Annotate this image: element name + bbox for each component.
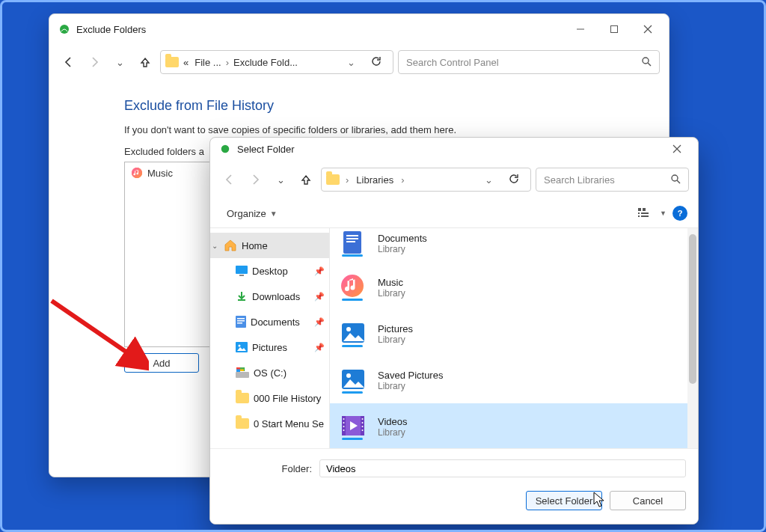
nav-forward-button[interactable] (84, 52, 105, 73)
svg-rect-30 (236, 372, 249, 378)
library-item-pictures[interactable]: Pictures Library (330, 311, 698, 357)
tree-label: 0 Start Menu Se (254, 418, 324, 429)
close-button[interactable] (631, 18, 664, 40)
folder-icon (165, 57, 179, 67)
tree-item-pictures[interactable]: Pictures 📌 (210, 334, 329, 360)
desktop-icon (236, 266, 248, 276)
nav-back-button[interactable] (219, 169, 240, 190)
dialog-footer: Folder: Select Folder Cancel (210, 448, 698, 524)
pin-icon: 📌 (314, 343, 325, 352)
breadcrumb-segment[interactable]: Exclude Fold... (232, 57, 299, 68)
svg-rect-25 (237, 318, 245, 319)
tree-label: Documents (251, 317, 300, 328)
svg-rect-50 (342, 345, 363, 347)
dialog-titlebar: Select Folder (210, 138, 698, 160)
list-item-label: Music (147, 168, 173, 179)
svg-point-29 (239, 345, 241, 347)
tree-item-desktop[interactable]: Desktop 📌 (210, 258, 329, 284)
svg-rect-53 (342, 391, 363, 394)
svg-point-52 (346, 373, 351, 378)
svg-point-10 (221, 145, 230, 153)
refresh-button[interactable] (364, 55, 388, 70)
breadcrumb-segment[interactable]: File ... (193, 57, 222, 68)
library-kind: Library (378, 288, 405, 299)
view-mode-button[interactable] (636, 204, 654, 222)
svg-point-13 (672, 175, 678, 181)
scrollbar-thumb[interactable] (689, 234, 696, 384)
help-button[interactable]: ? (672, 206, 687, 221)
dialog-search-box[interactable] (536, 168, 689, 192)
svg-point-61 (362, 418, 364, 420)
library-list[interactable]: Documents Library Music Library Pictur (330, 228, 698, 448)
tree-item-downloads[interactable]: Downloads 📌 (210, 284, 329, 309)
download-icon (236, 290, 248, 302)
library-name: Music (378, 277, 405, 288)
svg-point-64 (362, 429, 364, 431)
address-dropdown[interactable]: ⌄ (341, 57, 361, 68)
search-input[interactable] (406, 57, 641, 68)
library-item-music[interactable]: Music Library (330, 264, 698, 311)
document-icon (236, 316, 246, 328)
address-bar[interactable]: « File ... › Exclude Fold... ⌄ (160, 50, 393, 74)
app-icon (58, 23, 70, 35)
minimize-button[interactable] (563, 18, 597, 40)
svg-rect-22 (239, 275, 244, 276)
nav-tree[interactable]: ⌄ Home Desktop 📌 Downloads 📌 Documents 📌 (210, 228, 330, 448)
cancel-button[interactable]: Cancel (610, 491, 686, 510)
svg-point-62 (362, 422, 364, 424)
folder-field-label: Folder: (222, 463, 312, 474)
svg-rect-19 (638, 215, 640, 217)
svg-rect-26 (237, 320, 245, 322)
folder-name-input[interactable] (319, 459, 686, 477)
svg-rect-43 (346, 238, 358, 239)
svg-point-59 (343, 426, 345, 427)
music-library-icon (131, 167, 143, 179)
nav-recent-dropdown[interactable]: ⌄ (270, 169, 291, 190)
library-item-videos[interactable]: Videos Library (330, 403, 698, 448)
breadcrumb-segment[interactable]: Libraries (355, 174, 395, 186)
add-button[interactable]: Add (124, 353, 199, 373)
nav-up-button[interactable] (135, 52, 156, 73)
dialog-address-bar[interactable]: › Libraries › ⌄ (321, 168, 531, 192)
library-item-documents[interactable]: Documents Library (330, 228, 698, 264)
svg-rect-27 (237, 322, 242, 324)
library-kind: Library (378, 334, 413, 345)
select-folder-button[interactable]: Select Folder (526, 491, 602, 510)
tree-item-folder[interactable]: 000 File History (210, 385, 329, 411)
svg-rect-39 (236, 370, 240, 372)
nav-back-button[interactable] (58, 52, 79, 73)
tree-item-drive-c[interactable]: OS (C:) (210, 360, 329, 385)
dialog-close-button[interactable] (660, 138, 693, 160)
search-box[interactable] (398, 50, 660, 74)
scrollbar[interactable] (687, 228, 698, 448)
address-dropdown[interactable]: ⌄ (479, 174, 499, 186)
svg-rect-65 (342, 438, 363, 440)
pictures-icon (236, 342, 248, 352)
app-icon (219, 143, 231, 155)
select-folder-dialog: Select Folder ⌄ › Libraries › ⌄ (209, 137, 699, 525)
library-item-saved-pictures[interactable]: Saved Pictures Library (330, 357, 698, 403)
svg-rect-18 (641, 213, 649, 214)
svg-point-57 (343, 418, 345, 420)
svg-rect-47 (342, 299, 363, 301)
tree-item-documents[interactable]: Documents 📌 (210, 309, 329, 334)
chevron-down-icon: ▼ (270, 210, 278, 218)
dialog-search-input[interactable] (544, 174, 670, 186)
refresh-button[interactable] (502, 173, 526, 187)
tree-item-home[interactable]: ⌄ Home (210, 233, 329, 258)
organize-menu[interactable]: Organize ▼ (221, 205, 284, 222)
tree-item-folder[interactable]: 0 Start Menu Se (210, 411, 329, 436)
library-kind: Library (378, 381, 443, 391)
svg-rect-17 (638, 213, 640, 214)
navigation-toolbar: ⌄ « File ... › Exclude Fold... ⌄ (49, 44, 669, 80)
maximize-button[interactable] (597, 18, 631, 40)
folder-icon (326, 174, 340, 185)
svg-point-49 (346, 327, 351, 331)
nav-forward-button[interactable] (245, 169, 266, 190)
nav-up-button[interactable] (295, 169, 316, 190)
breadcrumb-overflow[interactable]: « (182, 57, 190, 68)
view-mode-dropdown[interactable]: ▼ (660, 210, 667, 217)
pin-icon: 📌 (314, 317, 325, 327)
nav-recent-dropdown[interactable]: ⌄ (109, 52, 130, 73)
tree-label: Pictures (252, 342, 287, 353)
